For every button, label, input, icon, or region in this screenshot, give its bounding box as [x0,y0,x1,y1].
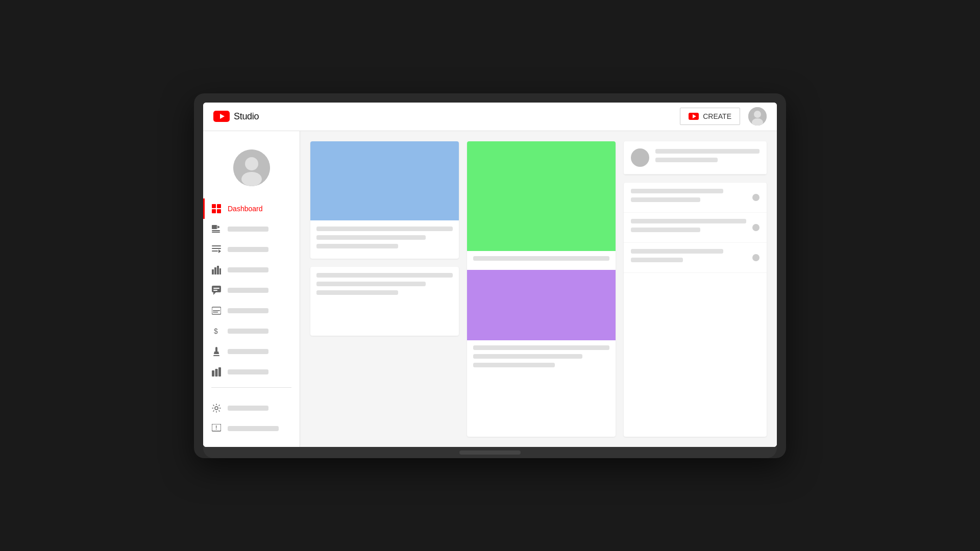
stat-row-1 [624,183,767,213]
svg-marker-13 [217,226,220,229]
stat-3-lines [631,249,746,266]
mid-line-1 [473,256,609,261]
svg-rect-18 [212,251,218,252]
svg-rect-11 [217,209,221,213]
middle-column [467,141,616,437]
stat-3-line-2 [631,258,683,262]
svg-text:!: ! [215,425,217,431]
mid2-line-3 [473,363,555,367]
content-label-placeholder [228,227,268,232]
card-4-spacer [316,299,453,330]
stat-1-line-2 [631,197,700,202]
right-column [624,141,767,437]
sidebar-item-monetization[interactable]: $ [203,321,300,341]
sidebar-item-subtitles[interactable] [203,300,300,321]
sidebar-item-customization[interactable] [203,341,300,362]
audio-library-label-placeholder [228,369,268,374]
card-1-line-1 [316,227,453,231]
create-button[interactable]: CREATE [680,108,740,125]
sidebar-avatar-section [203,139,300,198]
sidebar-item-analytics[interactable] [203,260,300,280]
svg-rect-20 [212,269,214,274]
playlists-label-placeholder [228,247,268,252]
feedback-icon: ! [211,423,222,434]
svg-text:$: $ [214,327,218,335]
svg-point-38 [215,407,218,410]
youtube-logo-icon [213,111,230,122]
sidebar-item-feedback[interactable]: ! [203,418,300,439]
svg-rect-34 [213,354,219,355]
svg-point-7 [241,172,262,186]
svg-rect-22 [217,266,219,274]
stat-1-line-1 [631,189,723,193]
audio-icon [211,367,222,377]
svg-rect-37 [218,367,221,377]
svg-rect-8 [212,204,216,208]
feedback-label-placeholder [228,426,279,431]
sidebar-item-comments[interactable] [203,280,300,300]
subtitles-icon [211,306,222,316]
svg-rect-10 [212,209,216,213]
svg-rect-12 [212,225,217,229]
customization-label-placeholder [228,349,268,354]
sidebar-item-audio-library[interactable] [203,362,300,382]
sidebar-divider [211,387,291,388]
svg-marker-19 [218,249,221,253]
analytics-label-placeholder [228,267,268,272]
card-1-line-2 [316,235,426,240]
svg-rect-9 [217,204,221,208]
sidebar: Dashboard [203,131,300,447]
card-4-body [310,267,459,336]
card-1-body [310,220,459,259]
stat-row-2 [624,213,767,243]
stat-2-line-2 [631,228,700,232]
svg-marker-25 [213,292,216,295]
channel-info-card [624,141,767,174]
middle-card-body-1 [467,251,616,270]
svg-rect-23 [219,268,221,274]
channel-avatar[interactable] [233,149,270,186]
sidebar-item-content[interactable] [203,219,300,239]
svg-rect-14 [212,230,220,231]
logo: Studio [213,111,259,122]
mid2-line-2 [473,354,582,359]
card-4-line-2 [316,282,426,286]
svg-rect-26 [213,288,219,289]
stat-1-dot [752,194,760,201]
svg-rect-30 [213,312,218,313]
stat-2-lines [631,219,746,236]
card-middle [467,141,616,437]
sidebar-item-settings[interactable] [203,398,300,418]
stat-1-lines [631,189,746,206]
stats-card [624,183,767,437]
svg-rect-15 [212,232,220,233]
svg-rect-29 [213,310,220,311]
svg-rect-17 [212,248,221,249]
video-list-icon [211,224,222,234]
sidebar-item-dashboard[interactable]: Dashboard [203,198,300,219]
left-column [310,141,459,437]
svg-rect-16 [212,245,221,246]
create-video-icon [689,113,699,120]
svg-rect-24 [212,286,221,292]
app-title: Studio [234,111,259,122]
grid-icon [211,204,222,214]
settings-label-placeholder [228,406,268,411]
sidebar-nav: Dashboard [203,198,300,382]
card-video-2 [310,267,459,336]
channel-info-lines [655,149,760,166]
create-button-label: CREATE [703,112,731,120]
dollar-icon: $ [211,326,222,336]
svg-rect-32 [215,347,217,352]
monetization-label-placeholder [228,329,268,334]
header-actions: CREATE [680,107,767,126]
stat-2-dot [752,224,760,231]
stat-2-line-1 [631,219,746,223]
sidebar-item-playlists[interactable] [203,239,300,260]
svg-point-6 [245,157,258,170]
svg-rect-35 [212,370,214,377]
card-1-line-3 [316,244,398,248]
user-avatar[interactable] [748,107,767,126]
middle-card-body-2 [467,340,616,377]
brush-icon [211,346,222,357]
